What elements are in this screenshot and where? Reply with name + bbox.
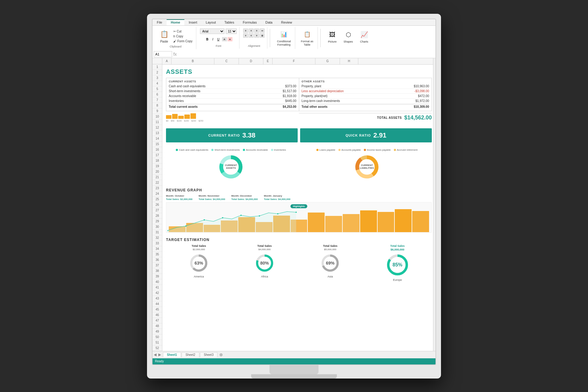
row-49[interactable]: 49 [153, 329, 162, 334]
sheet-nav-right[interactable]: ▶ [158, 352, 161, 357]
row-17[interactable]: 17 [153, 153, 162, 158]
row-31[interactable]: 31 [153, 230, 162, 235]
col-e[interactable]: E [263, 58, 273, 64]
row-23[interactable]: 23 [153, 186, 162, 191]
row-52[interactable]: 52 [153, 345, 162, 351]
row-16[interactable]: 16 [153, 147, 162, 153]
tab-tables[interactable]: Tables [220, 19, 239, 25]
row-20[interactable]: 20 [153, 169, 162, 175]
row-28[interactable]: 28 [153, 213, 162, 219]
row-12[interactable]: 12 [153, 125, 162, 130]
align-top-center[interactable]: ≡ [249, 28, 254, 33]
format-table-button[interactable]: 📋 Format asTable [299, 28, 315, 48]
tab-review[interactable]: Review [277, 19, 296, 25]
row-4[interactable]: 4 [153, 81, 162, 86]
row-35[interactable]: 35 [153, 252, 162, 257]
align-top-right[interactable]: ≡ [254, 28, 259, 33]
row-29[interactable]: 29 [153, 219, 162, 224]
row-50[interactable]: 50 [153, 334, 162, 340]
add-sheet-button[interactable]: ⊕ [218, 352, 224, 357]
row-44[interactable]: 44 [153, 301, 162, 307]
tab-formulas[interactable]: Formulas [239, 19, 261, 25]
paste-button[interactable]: 📋 Paste [157, 28, 171, 44]
align-left[interactable]: ≡ [243, 33, 248, 38]
row-27[interactable]: 27 [153, 208, 162, 213]
font-color-btn[interactable]: A [222, 37, 227, 41]
row-22[interactable]: 22 [153, 180, 162, 186]
conditional-formatting-button[interactable]: 📊 ConditionalFormatting [275, 28, 292, 48]
row-7[interactable]: 7 [153, 97, 162, 103]
highlight-btn[interactable]: A [228, 37, 232, 41]
col-b[interactable]: B [172, 58, 214, 64]
align-center[interactable]: ≡ [249, 33, 254, 38]
row-33[interactable]: 33 [153, 241, 162, 246]
charts-button[interactable]: 📈 Charts [357, 28, 371, 44]
row-9[interactable]: 9 [153, 108, 162, 114]
row-43[interactable]: 43 [153, 296, 162, 301]
tab-layout[interactable]: Layout [202, 19, 220, 25]
font-size-select[interactable]: 11 [226, 28, 237, 34]
row-39[interactable]: 39 [153, 274, 162, 279]
row-5[interactable]: 5 [153, 86, 162, 92]
row-30[interactable]: 30 [153, 224, 162, 230]
tab-file[interactable]: File [153, 19, 167, 25]
col-c[interactable]: C [214, 58, 239, 64]
col-d[interactable]: D [239, 58, 263, 64]
wrap-text[interactable]: ⇔ [260, 28, 265, 33]
row-40[interactable]: 40 [153, 279, 162, 285]
col-g[interactable]: G [315, 58, 340, 64]
row-10[interactable]: 10 [153, 114, 162, 119]
row-48[interactable]: 48 [153, 323, 162, 329]
picture-button[interactable]: 🖼 Picture [326, 28, 339, 44]
row-51[interactable]: 51 [153, 340, 162, 345]
merge-cells[interactable]: ⊞ [260, 33, 265, 38]
align-right[interactable]: ≡ [254, 33, 259, 38]
tab-insert[interactable]: Insert [184, 19, 202, 25]
sheet-tab-1[interactable]: Sheet1 [163, 352, 181, 357]
row-45[interactable]: 45 [153, 307, 162, 312]
formula-input[interactable] [178, 52, 434, 56]
row-18[interactable]: 18 [153, 158, 162, 164]
underline-button[interactable]: U [216, 37, 221, 42]
col-a[interactable]: A [162, 58, 172, 64]
copy-button[interactable]: ⎘ Copy [172, 34, 194, 39]
sheet-tab-3[interactable]: Sheet3 [200, 352, 218, 357]
row-41[interactable]: 41 [153, 285, 162, 290]
cell-reference-box[interactable] [154, 51, 172, 57]
row-8[interactable]: 8 [153, 103, 162, 108]
font-select[interactable]: Arial [200, 28, 224, 34]
shapes-button[interactable]: ⬡ Shapes [341, 28, 355, 44]
bold-button[interactable]: B [205, 37, 210, 42]
row-24[interactable]: 24 [153, 191, 162, 197]
tab-home[interactable]: Home [167, 19, 185, 25]
sheet-tab-2[interactable]: Sheet2 [182, 352, 199, 357]
row-37[interactable]: 37 [153, 263, 162, 268]
scrollbar[interactable] [433, 58, 435, 351]
sheet-nav-left[interactable]: ◀ [154, 352, 156, 357]
italic-button[interactable]: I [211, 37, 215, 42]
row-1[interactable]: 1 [153, 64, 162, 70]
col-h[interactable]: H [340, 58, 358, 64]
row-25[interactable]: 25 [153, 197, 162, 202]
col-f[interactable]: F [273, 58, 315, 64]
row-36[interactable]: 36 [153, 257, 162, 263]
row-15[interactable]: 15 [153, 141, 162, 147]
row-13[interactable]: 13 [153, 130, 162, 136]
row-19[interactable]: 19 [153, 164, 162, 169]
row-3[interactable]: 3 [153, 75, 162, 81]
row-2[interactable]: 2 [153, 70, 162, 75]
row-11[interactable]: 11 [153, 119, 162, 125]
format-copy-button[interactable]: 🖌 Form Copy [172, 39, 194, 43]
row-14[interactable]: 14 [153, 136, 162, 141]
row-32[interactable]: 32 [153, 235, 162, 241]
row-47[interactable]: 47 [153, 318, 162, 323]
align-top-left[interactable]: ≡ [243, 28, 248, 33]
row-42[interactable]: 42 [153, 290, 162, 296]
row-38[interactable]: 38 [153, 268, 162, 274]
row-6[interactable]: 6 [153, 92, 162, 97]
tab-data[interactable]: Data [261, 19, 277, 25]
row-34[interactable]: 34 [153, 246, 162, 252]
row-21[interactable]: 21 [153, 175, 162, 180]
row-46[interactable]: 46 [153, 312, 162, 318]
row-26[interactable]: 26 [153, 202, 162, 208]
